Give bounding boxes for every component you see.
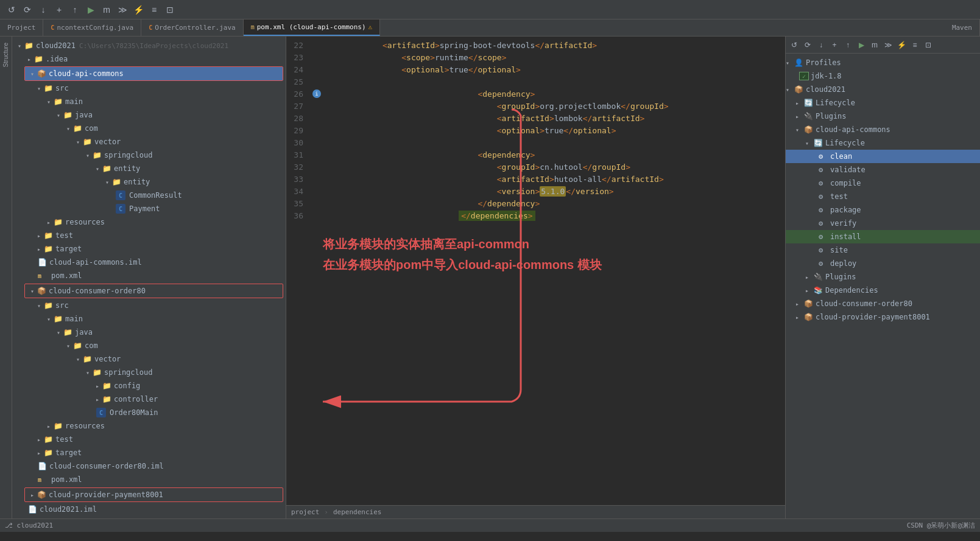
- maven-item-plugins2[interactable]: ▸ 🔌 Plugins: [786, 270, 980, 284]
- tree-item-springcloud1[interactable]: ▾ 📁 springcloud: [12, 148, 286, 162]
- tab-ordercontroller-icon: C: [149, 24, 152, 31]
- maven-btn-run[interactable]: ▶: [855, 39, 867, 51]
- tree-item-controller[interactable]: ▸ 📁 controller: [12, 393, 286, 406]
- tree-item-vector2[interactable]: ▾ 📁 vector: [12, 352, 286, 366]
- toolbar-btn-reload[interactable]: ⟳: [21, 3, 34, 16]
- maven-btn-skip[interactable]: ≫: [882, 39, 894, 51]
- toolbar-btn-lightning[interactable]: ⚡: [132, 3, 145, 16]
- maven-btn-expand[interactable]: ⊡: [922, 39, 934, 51]
- maven-item-cloud2021[interactable]: ▾ 📦 cloud2021: [786, 83, 980, 96]
- cloud-api-commons-maven-label: cloud-api-commons: [816, 125, 890, 134]
- maven-item-jdk18[interactable]: ✓ jdk-1.8: [786, 69, 980, 83]
- tree-item-cloud-provider-payment8001[interactable]: ▸ 📦 cloud-provider-payment8001: [25, 488, 283, 501]
- tree-item-main2[interactable]: ▾ 📁 main: [12, 312, 286, 326]
- toolbar-btn-expand[interactable]: ⊡: [163, 3, 177, 16]
- tree-item-resources2[interactable]: ▸ 📁 resources: [12, 419, 286, 433]
- maven-item-cloud-provider-payment8001[interactable]: ▸ 📦 cloud-provider-payment8001: [786, 310, 980, 324]
- tab-ordercontroller[interactable]: C OrderController.java: [141, 19, 243, 36]
- tab-maven[interactable]: Maven: [945, 19, 980, 36]
- toolbar-btn-up[interactable]: ↑: [68, 3, 82, 16]
- toolbar-btn-download[interactable]: ↓: [37, 3, 50, 16]
- maven-item-install[interactable]: ⚙ install: [786, 230, 980, 243]
- maven-btn-up[interactable]: ↑: [842, 39, 854, 51]
- tree-item-order80main[interactable]: C Order80Main: [12, 406, 286, 419]
- maven-item-cloud-consumer-order80[interactable]: ▸ 📦 cloud-consumer-order80: [786, 297, 980, 310]
- folder-icon-idea: 📁: [34, 55, 44, 63]
- tab-project[interactable]: Project: [0, 19, 43, 36]
- maven-item-validate[interactable]: ⚙ validate: [786, 163, 980, 176]
- maven-item-profiles[interactable]: ▾ 👤 Profiles: [786, 56, 980, 69]
- tree-item-main1[interactable]: ▾ 📁 main: [12, 95, 286, 108]
- annotation-text: 将业务模块的实体抽离至api-common 在业务模块的pom中导入cloud-…: [323, 234, 785, 275]
- clean-label: clean: [830, 152, 852, 161]
- gutter-icon-26: i: [312, 89, 321, 98]
- maven-btn-m[interactable]: m: [869, 39, 881, 51]
- tree-item-java1[interactable]: ▾ 📁 java: [12, 108, 286, 122]
- tree-item-cloud-consumer-order80[interactable]: ▾ 📦 cloud-consumer-order80: [25, 284, 283, 298]
- maven-item-verify[interactable]: ⚙ verify: [786, 217, 980, 230]
- pomxml1-name: pom.xml: [51, 271, 82, 280]
- tree-item-src1[interactable]: ▾ 📁 src: [12, 82, 286, 95]
- tree-item-config[interactable]: ▸ 📁 config: [12, 379, 286, 393]
- maven-item-test[interactable]: ⚙ test: [786, 190, 980, 203]
- tab-pomxml[interactable]: m pom.xml (cloud-api-commons) ⚠: [244, 19, 380, 36]
- tab-ncontext[interactable]: C ncontextConfig.java: [43, 19, 141, 36]
- cloud-consumer-order80-name: cloud-consumer-order80: [49, 287, 146, 295]
- tree-item-entity1[interactable]: ▾ 📁 entity: [12, 162, 286, 175]
- maven-item-plugins-top[interactable]: ▸ 🔌 Plugins: [786, 110, 980, 123]
- clean-icon: ⚙: [819, 152, 828, 161]
- tree-item-java2[interactable]: ▾ 📁 java: [12, 326, 286, 339]
- tree-item-cloudapicommonsiml[interactable]: 📄 cloud-api-commons.iml: [12, 256, 286, 269]
- tree-item-pomxml1[interactable]: m pom.xml: [12, 269, 286, 282]
- maven-btn-reload[interactable]: ⟳: [802, 39, 814, 51]
- tree-item-entity2[interactable]: ▾ 📁 entity: [12, 175, 286, 189]
- tree-item-com2[interactable]: ▾ 📁 com: [12, 339, 286, 352]
- structure-tab[interactable]: Structure: [1, 39, 10, 71]
- maven-btn-add[interactable]: +: [828, 39, 841, 51]
- tree-item-vector1[interactable]: ▾ 📁 vector: [12, 135, 286, 148]
- tree-item-cloud2021iml[interactable]: 📄 cloud2021.iml: [12, 503, 286, 516]
- tree-item-target1[interactable]: ▸ 📁 target: [12, 242, 286, 256]
- tree-item-test2[interactable]: ▸ 📁 test: [12, 433, 286, 446]
- tree-item-springcloud2[interactable]: ▾ 📁 springcloud: [12, 366, 286, 379]
- maven-btn-lightning[interactable]: ⚡: [895, 39, 908, 51]
- tree-item-test1[interactable]: ▸ 📁 test: [12, 229, 286, 242]
- tree-item-idea[interactable]: ▸ 📁 .idea: [12, 52, 286, 66]
- test1-name: test: [55, 231, 73, 240]
- toolbar-btn-m[interactable]: m: [100, 3, 113, 16]
- tree-item-com1[interactable]: ▾ 📁 com: [12, 122, 286, 135]
- maven-item-cloud-api-commons[interactable]: ▾ 📦 cloud-api-commons: [786, 123, 980, 136]
- target1-name: target: [55, 245, 82, 253]
- tree-item-cloudconsumeriml[interactable]: 📄 cloud-consumer-order80.iml: [12, 459, 286, 473]
- maven-btn-refresh[interactable]: ↺: [788, 39, 800, 51]
- cloud-consumer-maven-label: cloud-consumer-order80: [816, 299, 912, 308]
- maven-item-deploy[interactable]: ⚙ deploy: [786, 257, 980, 270]
- tree-item-cloud2021[interactable]: ▾ 📁 cloud2021 C:\Users\78235\IdeaProject…: [12, 39, 286, 52]
- compile-icon: ⚙: [819, 179, 828, 187]
- maven-item-package[interactable]: ⚙ package: [786, 203, 980, 217]
- tree-item-commonresult[interactable]: C CommonResult: [12, 189, 286, 202]
- maven-item-compile[interactable]: ⚙ compile: [786, 176, 980, 190]
- tree-item-payment[interactable]: C Payment: [12, 202, 286, 215]
- tree-item-src2[interactable]: ▾ 📁 src: [12, 299, 286, 312]
- editor-content[interactable]: 22 <artifactId>spring-boot-devtools</art…: [286, 37, 785, 505]
- vector2-name: vector: [94, 355, 121, 363]
- toolbar-btn-menu[interactable]: ≡: [147, 3, 161, 16]
- toolbar-btn-refresh[interactable]: ↺: [5, 3, 18, 16]
- toolbar-btn-run[interactable]: ▶: [84, 3, 97, 16]
- maven-item-lifecycle2[interactable]: ▾ 🔄 Lifecycle: [786, 136, 980, 150]
- tree-item-pomxml2[interactable]: m pom.xml: [12, 473, 286, 486]
- maven-item-site[interactable]: ⚙ site: [786, 243, 980, 257]
- toolbar-btn-add[interactable]: +: [52, 3, 66, 16]
- profiles-label: Profiles: [806, 58, 841, 67]
- maven-item-lifecycle-top[interactable]: ▸ 🔄 Lifecycle: [786, 96, 980, 110]
- maven-btn-download[interactable]: ↓: [815, 39, 827, 51]
- tree-item-resources1[interactable]: ▸ 📁 resources: [12, 215, 286, 229]
- validate-label: validate: [830, 166, 865, 174]
- tree-item-target2[interactable]: ▸ 📁 target: [12, 446, 286, 459]
- maven-btn-menu[interactable]: ≡: [909, 39, 921, 51]
- maven-item-clean[interactable]: ⚙ clean: [786, 150, 980, 163]
- maven-item-dependencies[interactable]: ▸ 📚 Dependencies: [786, 284, 980, 297]
- toolbar-btn-skip[interactable]: ≫: [116, 3, 129, 16]
- tree-item-cloud-api-commons[interactable]: ▾ 📦 cloud-api-commons: [25, 67, 283, 80]
